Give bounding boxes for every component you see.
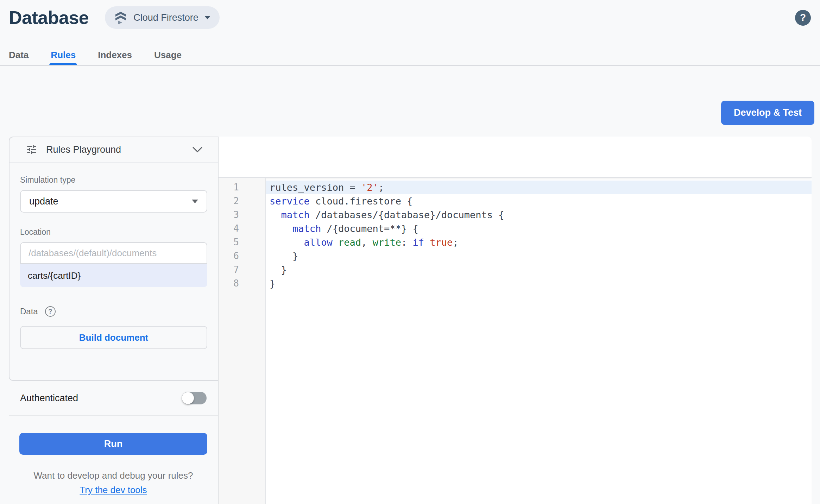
tune-icon bbox=[26, 144, 38, 156]
rules-playground-title: Rules Playground bbox=[46, 144, 184, 155]
app-header: Database Cloud Firestore ? bbox=[0, 0, 820, 35]
product-switcher-label: Cloud Firestore bbox=[133, 12, 198, 23]
location-field: /databases/(default)/documents carts/{ca… bbox=[20, 242, 207, 287]
code-line-3[interactable]: match /databases/{database}/documents { bbox=[266, 208, 812, 222]
code-line-8[interactable]: } bbox=[266, 277, 812, 290]
code-line-2[interactable]: service cloud.firestore { bbox=[266, 194, 812, 208]
try-dev-tools-link[interactable]: Try the dev tools bbox=[80, 485, 147, 495]
line-number: 6 bbox=[219, 249, 265, 263]
tab-bar: DataRulesIndexesUsage bbox=[0, 45, 820, 66]
code-line-1[interactable]: rules_version = '2'; bbox=[266, 181, 812, 194]
code-line-6[interactable]: } bbox=[266, 249, 812, 263]
rules-playground-body: Simulation type update Location /databas… bbox=[10, 163, 218, 349]
data-help-icon[interactable]: ? bbox=[45, 306, 56, 317]
code-line-5[interactable]: allow read, write: if true; bbox=[266, 235, 812, 249]
tab-data[interactable]: Data bbox=[9, 45, 29, 65]
firebase-database-page: Database Cloud Firestore ? DataRulesInde… bbox=[0, 0, 820, 504]
question-mark-icon: ? bbox=[800, 12, 806, 23]
tab-indexes[interactable]: Indexes bbox=[98, 45, 132, 65]
rules-editor: 12345678 rules_version = '2';service clo… bbox=[219, 137, 812, 504]
editor-body[interactable]: 12345678 rules_version = '2';service clo… bbox=[219, 178, 812, 504]
simulation-type-value: update bbox=[29, 196, 192, 207]
authenticated-toggle[interactable] bbox=[182, 392, 207, 404]
tab-usage[interactable]: Usage bbox=[154, 45, 182, 65]
code-line-7[interactable]: } bbox=[266, 263, 812, 277]
line-number: 4 bbox=[219, 222, 265, 235]
code-line-4[interactable]: match /{document=**} { bbox=[266, 222, 812, 235]
data-section-header: Data ? bbox=[20, 306, 207, 317]
rules-playground-sidebar: Rules Playground Simulation type update … bbox=[9, 137, 219, 504]
location-value: carts/{cartID} bbox=[28, 270, 81, 281]
rules-playground-header[interactable]: Rules Playground bbox=[10, 137, 218, 163]
authenticated-row: Authenticated bbox=[9, 381, 218, 416]
location-path-input[interactable]: carts/{cartID} bbox=[20, 264, 207, 287]
authenticated-label: Authenticated bbox=[20, 393, 78, 404]
location-placeholder: /databases/(default)/documents bbox=[29, 248, 157, 259]
editor-toolbar bbox=[219, 137, 812, 178]
tab-rules[interactable]: Rules bbox=[51, 45, 76, 65]
toggle-knob bbox=[182, 392, 194, 404]
rules-playground-card: Rules Playground Simulation type update … bbox=[9, 137, 218, 381]
line-number: 8 bbox=[219, 277, 265, 290]
line-number: 3 bbox=[219, 208, 265, 222]
run-button[interactable]: Run bbox=[19, 433, 207, 455]
caret-down-icon bbox=[204, 16, 210, 19]
dropdown-arrow-icon bbox=[192, 200, 198, 203]
run-section: Run Want to develop and debug your rules… bbox=[9, 416, 218, 496]
build-document-button[interactable]: Build document bbox=[20, 326, 207, 349]
line-number-gutter: 12345678 bbox=[219, 178, 266, 504]
content-panels: Rules Playground Simulation type update … bbox=[9, 137, 812, 504]
product-switcher[interactable]: Cloud Firestore bbox=[105, 6, 220, 29]
line-number: 2 bbox=[219, 194, 265, 208]
line-number: 7 bbox=[219, 263, 265, 277]
code-area[interactable]: rules_version = '2';service cloud.firest… bbox=[266, 178, 812, 504]
location-label: Location bbox=[20, 227, 207, 237]
help-button[interactable]: ? bbox=[795, 10, 811, 26]
location-prefix-input[interactable]: /databases/(default)/documents bbox=[20, 242, 207, 264]
page-title: Database bbox=[9, 7, 89, 28]
firestore-icon bbox=[114, 11, 127, 24]
data-label: Data bbox=[20, 307, 38, 316]
simulation-type-label: Simulation type bbox=[20, 175, 207, 185]
develop-and-test-button[interactable]: Develop & Test bbox=[721, 101, 814, 125]
line-number: 5 bbox=[219, 235, 265, 249]
dev-tools-question: Want to develop and debug your rules? bbox=[19, 470, 207, 481]
chevron-down-icon[interactable] bbox=[193, 147, 202, 153]
line-number: 1 bbox=[219, 181, 265, 194]
simulation-type-select[interactable]: update bbox=[20, 190, 207, 213]
